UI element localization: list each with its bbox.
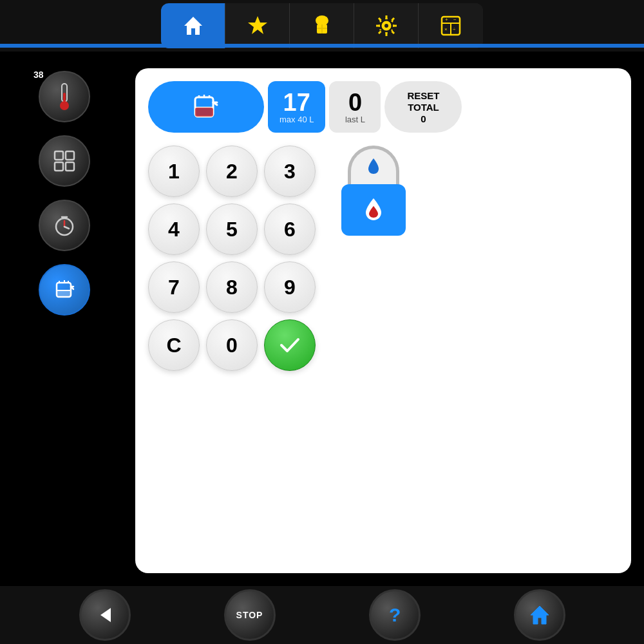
bottom-bar: STOP ? <box>0 586 644 644</box>
droplet-bottom-icon <box>363 197 384 223</box>
key-1[interactable]: 1 <box>148 146 200 197</box>
home-bottom-icon <box>528 603 551 627</box>
key-8[interactable]: 8 <box>206 261 258 313</box>
cup-icon <box>54 279 75 301</box>
sidebar-btn-temperature[interactable]: 38 <box>39 71 90 122</box>
key-4[interactable]: 4 <box>148 204 200 255</box>
bottom-stop-button[interactable]: STOP <box>224 589 276 641</box>
reset-total-button[interactable]: RESETTOTAL 0 <box>384 81 462 133</box>
left-sidebar: 38 <box>0 52 129 586</box>
svg-rect-26 <box>63 93 66 102</box>
key-9[interactable]: 9 <box>264 261 316 313</box>
chef-icon <box>310 14 334 37</box>
info-row: 17 max 40 L 0 last L RESETTOTAL 0 <box>148 81 618 133</box>
svg-rect-29 <box>66 151 74 160</box>
nav-tab-home[interactable] <box>161 3 225 48</box>
reset-label: RESETTOTAL <box>407 90 439 113</box>
nav-tab-calc[interactable]: + − × ÷ <box>419 3 483 48</box>
svg-rect-38 <box>57 290 71 297</box>
key-3[interactable]: 3 <box>264 146 316 197</box>
current-value: 17 <box>283 90 310 115</box>
white-card: 17 max 40 L 0 last L RESETTOTAL 0 1 2 3 … <box>135 68 631 573</box>
lock-bottom <box>341 184 406 236</box>
key-confirm[interactable] <box>264 319 316 371</box>
keypad-section: 1 2 3 4 5 6 7 8 9 C 0 <box>148 146 618 560</box>
sidebar-btn-timer[interactable] <box>39 200 90 251</box>
keypad: 1 2 3 4 5 6 7 8 9 C 0 <box>148 146 316 371</box>
main-content: 17 max 40 L 0 last L RESETTOTAL 0 1 2 3 … <box>129 55 644 586</box>
reset-value: 0 <box>421 113 426 124</box>
back-arrow-icon <box>94 604 116 626</box>
top-navigation: + − × ÷ <box>0 0 644 52</box>
svg-line-14 <box>392 18 394 21</box>
svg-point-27 <box>60 101 69 110</box>
svg-marker-1 <box>248 16 267 34</box>
svg-text:?: ? <box>389 604 401 625</box>
svg-rect-30 <box>55 162 63 171</box>
svg-rect-31 <box>66 162 74 171</box>
svg-text:+: + <box>445 17 448 23</box>
svg-marker-54 <box>531 606 549 624</box>
svg-marker-0 <box>184 17 202 35</box>
nav-tab-chef[interactable] <box>290 3 354 48</box>
timer-icon <box>53 214 75 236</box>
calc-icon: + − × ÷ <box>439 14 462 37</box>
sidebar-btn-grid[interactable] <box>39 135 90 187</box>
current-value-box: 17 max 40 L <box>268 81 325 133</box>
bottom-home-button[interactable] <box>514 589 565 641</box>
bottom-back-button[interactable] <box>79 589 131 641</box>
svg-point-2 <box>316 15 328 26</box>
svg-rect-28 <box>55 151 63 160</box>
svg-point-17 <box>384 24 388 28</box>
star-icon <box>246 14 269 37</box>
nav-tab-star[interactable] <box>225 3 290 48</box>
svg-marker-52 <box>100 608 111 622</box>
temperature-label: 38 <box>33 70 44 80</box>
grid-icon <box>53 150 75 172</box>
pitcher-icon <box>191 92 221 122</box>
pitcher-button[interactable] <box>148 81 264 133</box>
droplet-top-icon <box>366 157 381 176</box>
last-value-box: 0 last L <box>329 81 381 133</box>
key-0[interactable]: 0 <box>206 319 258 371</box>
svg-line-13 <box>392 32 394 34</box>
nav-tab-settings[interactable] <box>354 3 419 48</box>
sidebar-btn-cup[interactable] <box>39 264 90 316</box>
svg-line-15 <box>379 32 381 34</box>
svg-line-34 <box>64 227 69 229</box>
stop-label: STOP <box>236 610 263 620</box>
key-2[interactable]: 2 <box>206 146 258 197</box>
water-lock-icon <box>341 146 406 236</box>
max-label: max 40 L <box>279 115 314 124</box>
svg-line-12 <box>379 18 381 21</box>
blue-accent-bar <box>0 44 644 48</box>
key-5[interactable]: 5 <box>206 204 258 255</box>
svg-text:÷: ÷ <box>453 26 456 32</box>
thermometer-icon <box>55 82 73 111</box>
key-7[interactable]: 7 <box>148 261 200 313</box>
gear-icon <box>375 14 398 37</box>
svg-text:×: × <box>444 26 448 32</box>
home-icon <box>182 14 205 37</box>
last-value: 0 <box>348 90 362 115</box>
lock-top <box>348 146 399 184</box>
checkmark-icon <box>278 334 301 357</box>
help-icon: ? <box>384 603 406 627</box>
last-label: last L <box>345 115 365 124</box>
key-clear[interactable]: C <box>148 319 200 371</box>
svg-text:−: − <box>453 17 457 23</box>
svg-rect-46 <box>195 108 213 117</box>
bottom-help-button[interactable]: ? <box>369 589 421 641</box>
key-6[interactable]: 6 <box>264 204 316 255</box>
